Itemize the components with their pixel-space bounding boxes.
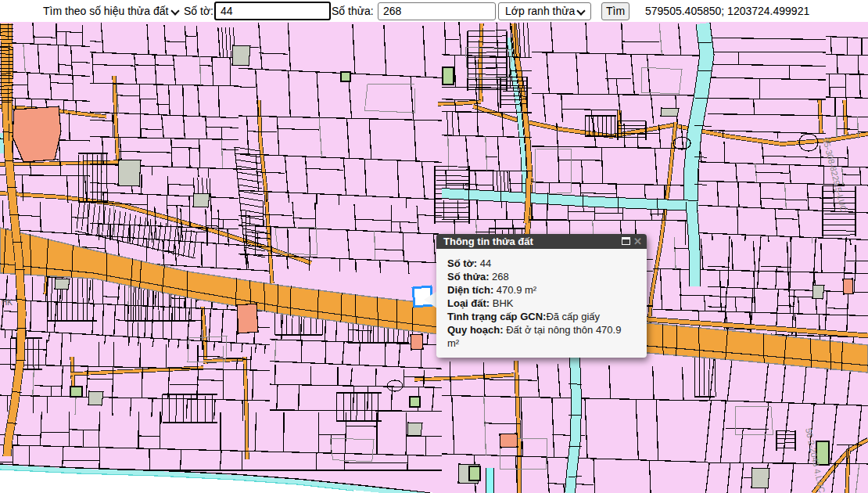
- svg-text:HK: HK: [2, 298, 13, 307]
